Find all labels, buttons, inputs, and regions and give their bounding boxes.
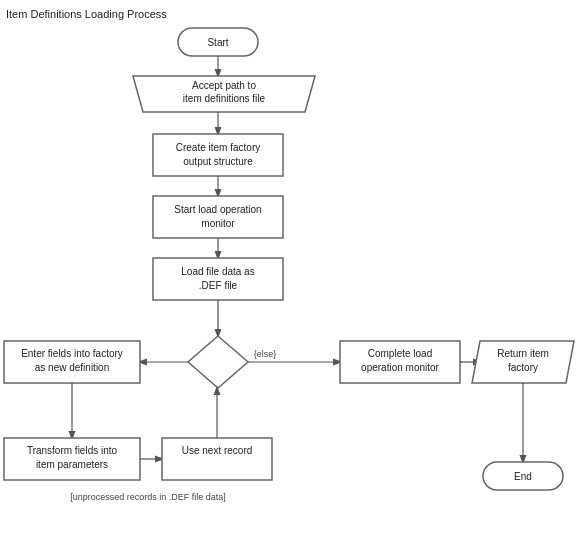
svg-text:Load file data as: Load file data as	[181, 266, 254, 277]
svg-text:Use next record: Use next record	[182, 445, 253, 456]
svg-rect-44	[483, 462, 563, 490]
svg-marker-3	[133, 76, 315, 112]
svg-rect-15	[153, 258, 283, 300]
svg-text:.DEF file: .DEF file	[199, 280, 238, 291]
svg-marker-19	[188, 336, 248, 388]
svg-text:Create item factory: Create item factory	[176, 142, 260, 153]
svg-text:item parameters: item parameters	[36, 459, 108, 470]
svg-rect-31	[162, 438, 272, 480]
svg-text:Complete load: Complete load	[368, 348, 432, 359]
svg-text:monitor: monitor	[201, 218, 235, 229]
svg-text:Start: Start	[207, 37, 228, 48]
svg-text:as new definition: as new definition	[35, 362, 110, 373]
svg-rect-7	[153, 134, 283, 176]
svg-text:End: End	[514, 471, 532, 482]
svg-rect-11	[153, 196, 283, 238]
svg-text:Accept path to: Accept path to	[192, 80, 256, 91]
svg-rect-27	[4, 438, 140, 480]
svg-text:Transform fields into: Transform fields into	[27, 445, 118, 456]
svg-text:item definitions file: item definitions file	[183, 93, 266, 104]
page-title: Item Definitions Loading Process	[6, 8, 167, 20]
svg-text:[unprocessed records in .DEF f: [unprocessed records in .DEF file data]	[70, 492, 226, 502]
svg-rect-0	[178, 28, 258, 56]
svg-text:operation monitor: operation monitor	[361, 362, 439, 373]
diagram: Item Definitions Loading Process Start A…	[0, 0, 577, 535]
svg-marker-40	[472, 341, 574, 383]
svg-text:Enter fields into factory: Enter fields into factory	[21, 348, 123, 359]
svg-text:output structure: output structure	[183, 156, 253, 167]
svg-text:{else}: {else}	[254, 349, 277, 359]
svg-rect-23	[4, 341, 140, 383]
svg-text:Start load operation: Start load operation	[174, 204, 261, 215]
svg-text:Return item: Return item	[497, 348, 549, 359]
svg-rect-35	[340, 341, 460, 383]
svg-text:factory: factory	[508, 362, 538, 373]
